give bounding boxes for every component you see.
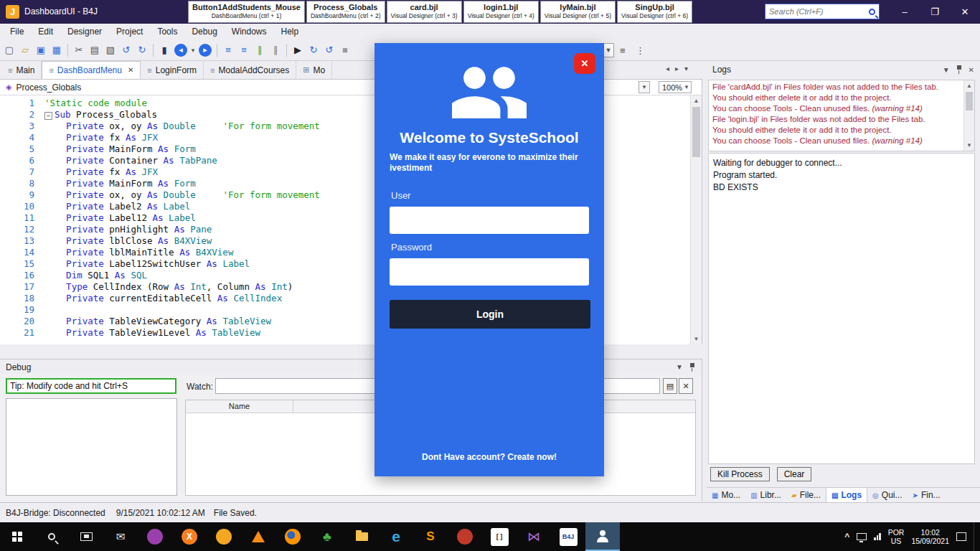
edge-icon[interactable]: e	[379, 522, 413, 551]
document-tab[interactable]: login1.bjlVisual Designer (ctrl + 4)	[463, 1, 539, 23]
chevron-down-icon[interactable]: ▼	[676, 363, 683, 371]
cut-icon[interactable]: ✂	[71, 42, 87, 59]
recompile-icon[interactable]: ↻	[306, 42, 321, 59]
global-search[interactable]	[765, 4, 880, 19]
clover-app-icon[interactable]: ♣	[310, 522, 344, 551]
new-file-icon[interactable]: ▢	[1, 42, 17, 59]
menu-file[interactable]: File	[3, 27, 31, 37]
fold-toggle-icon[interactable]: −	[44, 112, 52, 120]
menu-designer[interactable]: Designer	[60, 27, 109, 37]
login-button[interactable]: Login	[390, 300, 590, 329]
save-icon[interactable]: ▣	[33, 42, 49, 59]
log-messages-box[interactable]: Waiting for debugger to connect...Progra…	[708, 153, 975, 464]
open-file-icon[interactable]: ▱	[17, 42, 33, 59]
copy-icon[interactable]: ▤	[87, 42, 103, 59]
xampp-app-icon[interactable]: X	[172, 522, 207, 551]
tab-close-icon[interactable]: ✕	[128, 66, 133, 74]
warnings-scrollbar[interactable]: ▲ ▼	[963, 80, 974, 151]
network-tray-icon[interactable]	[874, 533, 881, 540]
document-tab[interactable]: SingUp.bjlVisual Designer (ctrl + 6)	[617, 1, 692, 23]
orange-app-icon[interactable]	[207, 522, 241, 551]
navigate-back-icon[interactable]: ◂	[174, 44, 187, 57]
b4j-icon[interactable]: B4J	[551, 522, 585, 551]
taskbar-search-button[interactable]	[34, 522, 69, 551]
document-tab[interactable]: card.bjlVisual Designer (ctrl + 3)	[387, 1, 462, 23]
task-view-button[interactable]	[69, 522, 103, 551]
menu-project[interactable]: Project	[109, 27, 150, 37]
user-input[interactable]	[390, 207, 589, 234]
scroll-down-icon[interactable]: ▼	[964, 140, 974, 151]
editor-tab-dashboardmenu[interactable]: ≡DashBoardMenu✕	[42, 61, 141, 79]
mail-app-icon[interactable]: ✉	[103, 522, 138, 551]
display-tray-icon[interactable]	[857, 533, 867, 540]
run-icon[interactable]: ▶	[290, 42, 306, 59]
clear-logs-button[interactable]: Clear	[777, 467, 812, 481]
menu-windows[interactable]: Windows	[225, 27, 274, 37]
stop-icon[interactable]: ■	[337, 42, 353, 59]
tab-libraries[interactable]: ▥Libr...	[745, 488, 786, 503]
tab-quick-search[interactable]: ◎Qui...	[867, 488, 907, 503]
modal-close-button[interactable]: ✕	[574, 53, 595, 74]
tab-find[interactable]: ➤Fin...	[908, 488, 946, 503]
sub-navigator-dropdown[interactable]: ▼	[639, 81, 650, 93]
firefox-icon[interactable]	[275, 522, 310, 551]
editor-tab-loginform[interactable]: ≡LoginForm	[141, 61, 204, 79]
document-tab[interactable]: Process_GlobalsDashBoardMenu (ctrl + 2)	[306, 1, 385, 23]
password-input[interactable]	[390, 258, 589, 286]
file-explorer-icon[interactable]	[344, 522, 379, 551]
tab-files[interactable]: ▰File...	[786, 488, 826, 503]
document-tab[interactable]: lyMain.bjlVisual Designer (ctrl + 5)	[540, 1, 616, 23]
swirl-app-icon[interactable]	[448, 522, 482, 551]
scroll-tabs-right-icon[interactable]: ▸	[675, 65, 679, 72]
purple-app-icon[interactable]	[138, 522, 172, 551]
tab-logs[interactable]: ▤Logs	[826, 488, 867, 503]
bookmark-icon[interactable]: ▮	[156, 42, 172, 59]
tab-modules[interactable]: ▦Mo...	[707, 488, 745, 503]
running-app-icon[interactable]	[585, 522, 620, 551]
chevron-down-icon[interactable]: ▼	[943, 66, 950, 74]
menu-edit[interactable]: Edit	[31, 27, 60, 37]
pin-icon[interactable]	[689, 362, 696, 372]
watch-name-column-header[interactable]: Name	[186, 400, 293, 413]
close-button[interactable]: ✕	[950, 0, 980, 24]
create-account-link[interactable]: Dont Have account? Create now!	[374, 452, 604, 462]
editor-vertical-scrollbar[interactable]: ▲ ▼	[690, 95, 702, 344]
outdent-icon[interactable]: ≡	[220, 42, 236, 59]
minimize-button[interactable]: –	[890, 0, 920, 24]
rebuild-icon[interactable]: ↺	[321, 42, 337, 59]
search-input[interactable]	[769, 7, 869, 16]
log-warnings-box[interactable]: File 'cardAdd.bjl' in Files folder was n…	[708, 80, 975, 151]
editor-tab-main[interactable]: ≡Main	[1, 61, 42, 79]
watch-list-button[interactable]: ▤	[663, 378, 677, 394]
wordwrap-icon[interactable]: ≡	[620, 45, 626, 56]
close-panel-icon[interactable]: ✕	[969, 66, 974, 74]
visual-studio-icon[interactable]: ⋈	[517, 522, 551, 551]
document-tab[interactable]: Button1AddStudents_MouseDashBoardMenu (c…	[188, 1, 305, 23]
menu-help[interactable]: Help	[274, 27, 306, 37]
scroll-tabs-left-icon[interactable]: ◂	[666, 65, 669, 72]
scroll-up-icon[interactable]: ▲	[964, 80, 974, 91]
current-sub-name[interactable]: Process_Globals	[16, 83, 81, 93]
pin-icon[interactable]	[956, 65, 963, 75]
editor-tab-modaladdcourses[interactable]: ≡ModalAddCourses	[204, 61, 296, 79]
paste-icon[interactable]: ▧	[103, 42, 118, 59]
menu-debug[interactable]: Debug	[184, 27, 224, 37]
search-icon[interactable]	[869, 9, 875, 15]
menu-tools[interactable]: Tools	[150, 27, 184, 37]
watch-clear-button[interactable]: ✕	[679, 378, 693, 394]
comment-icon[interactable]: ∥	[252, 42, 268, 59]
indent-icon[interactable]: ≡	[236, 42, 252, 59]
editor-tab-mo[interactable]: ⊞Mo	[296, 61, 332, 79]
zoom-select[interactable]: 100% ▼	[659, 81, 692, 93]
redo-icon[interactable]: ↻	[134, 42, 150, 59]
save-all-icon[interactable]: ▦	[49, 42, 65, 59]
language-indicator[interactable]: POR US	[888, 528, 905, 545]
undo-icon[interactable]: ↺	[118, 42, 134, 59]
brackets-icon[interactable]: [ ]	[482, 522, 517, 551]
scrollbar-thumb[interactable]	[966, 92, 973, 110]
start-button[interactable]	[0, 522, 34, 551]
more-tools-icon[interactable]: ⋮	[636, 45, 645, 56]
show-desktop-button[interactable]	[974, 522, 977, 551]
tray-chevron-up-icon[interactable]: ^	[844, 532, 849, 542]
sublime-text-icon[interactable]: S	[413, 522, 448, 551]
